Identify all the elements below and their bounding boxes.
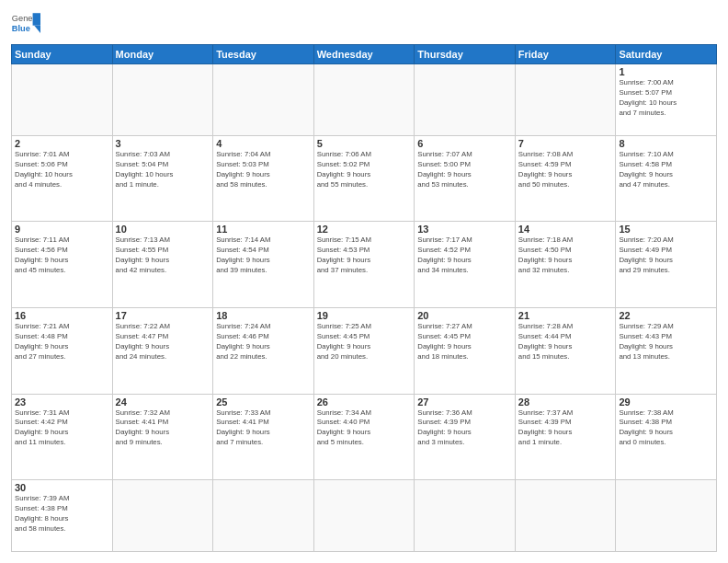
day-info: Sunrise: 7:21 AM Sunset: 4:48 PM Dayligh…	[15, 322, 109, 362]
header: General Blue	[11, 11, 717, 37]
calendar-cell: 21Sunrise: 7:28 AM Sunset: 4:44 PM Dayli…	[515, 307, 616, 394]
day-number: 17	[116, 310, 210, 321]
calendar-cell: 28Sunrise: 7:37 AM Sunset: 4:39 PM Dayli…	[515, 394, 616, 480]
day-number: 20	[417, 310, 512, 321]
calendar-cell	[415, 480, 516, 552]
day-number: 15	[619, 224, 713, 235]
day-number: 6	[417, 138, 512, 149]
day-number: 8	[619, 138, 713, 149]
day-number: 24	[116, 396, 210, 408]
day-info: Sunrise: 7:17 AM Sunset: 4:52 PM Dayligh…	[417, 236, 512, 276]
week-row-5: 23Sunrise: 7:31 AM Sunset: 4:42 PM Dayli…	[12, 394, 717, 480]
week-row-3: 9Sunrise: 7:11 AM Sunset: 4:56 PM Daylig…	[12, 222, 717, 308]
day-info: Sunrise: 7:00 AM Sunset: 5:07 PM Dayligh…	[619, 78, 713, 119]
calendar-cell: 18Sunrise: 7:24 AM Sunset: 4:46 PM Dayli…	[213, 307, 314, 394]
day-number: 18	[216, 310, 311, 321]
day-info: Sunrise: 7:32 AM Sunset: 4:41 PM Dayligh…	[116, 408, 210, 449]
svg-marker-2	[33, 13, 40, 25]
day-info: Sunrise: 7:25 AM Sunset: 4:45 PM Dayligh…	[317, 322, 412, 362]
day-number: 1	[619, 66, 713, 77]
day-info: Sunrise: 7:11 AM Sunset: 4:56 PM Dayligh…	[15, 236, 109, 276]
weekday-header-thursday: Thursday	[415, 45, 516, 64]
day-info: Sunrise: 7:03 AM Sunset: 5:04 PM Dayligh…	[116, 150, 210, 190]
weekday-header-tuesday: Tuesday	[213, 45, 314, 64]
week-row-6: 30Sunrise: 7:39 AM Sunset: 4:38 PM Dayli…	[12, 480, 717, 552]
day-number: 3	[116, 138, 210, 149]
calendar-cell: 13Sunrise: 7:17 AM Sunset: 4:52 PM Dayli…	[415, 222, 516, 308]
calendar-cell: 8Sunrise: 7:10 AM Sunset: 4:58 PM Daylig…	[616, 135, 717, 222]
calendar-cell	[213, 64, 314, 136]
calendar-cell: 6Sunrise: 7:07 AM Sunset: 5:00 PM Daylig…	[415, 135, 516, 222]
week-row-1: 1Sunrise: 7:00 AM Sunset: 5:07 PM Daylig…	[12, 64, 717, 136]
day-info: Sunrise: 7:36 AM Sunset: 4:39 PM Dayligh…	[417, 408, 512, 449]
day-info: Sunrise: 7:29 AM Sunset: 4:43 PM Dayligh…	[619, 322, 713, 362]
calendar-cell: 16Sunrise: 7:21 AM Sunset: 4:48 PM Dayli…	[12, 307, 113, 394]
calendar-cell: 19Sunrise: 7:25 AM Sunset: 4:45 PM Dayli…	[313, 307, 415, 394]
week-row-2: 2Sunrise: 7:01 AM Sunset: 5:06 PM Daylig…	[12, 135, 717, 222]
calendar-cell	[112, 64, 213, 136]
day-number: 27	[417, 396, 512, 408]
day-number: 13	[417, 224, 512, 235]
calendar-cell: 24Sunrise: 7:32 AM Sunset: 4:41 PM Dayli…	[112, 394, 213, 480]
calendar-cell	[415, 64, 516, 136]
calendar-cell: 26Sunrise: 7:34 AM Sunset: 4:40 PM Dayli…	[313, 394, 415, 480]
calendar-table: SundayMondayTuesdayWednesdayThursdayFrid…	[11, 44, 717, 552]
day-info: Sunrise: 7:33 AM Sunset: 4:41 PM Dayligh…	[216, 408, 311, 449]
day-number: 7	[518, 138, 613, 149]
logo: General Blue	[11, 11, 40, 37]
calendar-cell: 15Sunrise: 7:20 AM Sunset: 4:49 PM Dayli…	[616, 222, 717, 308]
calendar-cell: 9Sunrise: 7:11 AM Sunset: 4:56 PM Daylig…	[12, 222, 113, 308]
day-number: 23	[15, 396, 109, 408]
day-info: Sunrise: 7:18 AM Sunset: 4:50 PM Dayligh…	[518, 236, 613, 276]
svg-marker-3	[34, 26, 40, 33]
week-row-4: 16Sunrise: 7:21 AM Sunset: 4:48 PM Dayli…	[12, 307, 717, 394]
calendar-cell: 10Sunrise: 7:13 AM Sunset: 4:55 PM Dayli…	[112, 222, 213, 308]
day-number: 22	[619, 310, 713, 321]
day-info: Sunrise: 7:15 AM Sunset: 4:53 PM Dayligh…	[317, 236, 412, 276]
calendar-cell: 11Sunrise: 7:14 AM Sunset: 4:54 PM Dayli…	[213, 222, 314, 308]
day-info: Sunrise: 7:13 AM Sunset: 4:55 PM Dayligh…	[116, 236, 210, 276]
calendar-cell: 20Sunrise: 7:27 AM Sunset: 4:45 PM Dayli…	[415, 307, 516, 394]
day-info: Sunrise: 7:06 AM Sunset: 5:02 PM Dayligh…	[317, 150, 412, 190]
day-info: Sunrise: 7:34 AM Sunset: 4:40 PM Dayligh…	[317, 408, 412, 449]
page: General Blue SundayMondayTuesdayWednesda…	[0, 0, 728, 563]
calendar-cell	[313, 480, 415, 552]
day-info: Sunrise: 7:39 AM Sunset: 4:38 PM Dayligh…	[15, 494, 109, 534]
calendar-cell: 22Sunrise: 7:29 AM Sunset: 4:43 PM Dayli…	[616, 307, 717, 394]
calendar-cell: 2Sunrise: 7:01 AM Sunset: 5:06 PM Daylig…	[12, 135, 113, 222]
day-number: 30	[15, 482, 109, 493]
day-number: 25	[216, 396, 311, 408]
day-info: Sunrise: 7:10 AM Sunset: 4:58 PM Dayligh…	[619, 150, 713, 190]
day-info: Sunrise: 7:37 AM Sunset: 4:39 PM Dayligh…	[518, 408, 613, 449]
calendar-cell: 12Sunrise: 7:15 AM Sunset: 4:53 PM Dayli…	[313, 222, 415, 308]
day-number: 28	[518, 396, 613, 408]
day-info: Sunrise: 7:38 AM Sunset: 4:38 PM Dayligh…	[619, 408, 713, 449]
day-number: 19	[317, 310, 412, 321]
svg-text:Blue: Blue	[12, 24, 30, 33]
calendar-cell: 1Sunrise: 7:00 AM Sunset: 5:07 PM Daylig…	[616, 64, 717, 136]
day-info: Sunrise: 7:28 AM Sunset: 4:44 PM Dayligh…	[518, 322, 613, 362]
day-info: Sunrise: 7:27 AM Sunset: 4:45 PM Dayligh…	[417, 322, 512, 362]
day-number: 26	[317, 396, 412, 408]
calendar-cell	[515, 480, 616, 552]
weekday-header-monday: Monday	[112, 45, 213, 64]
calendar-cell	[12, 64, 113, 136]
calendar-cell: 27Sunrise: 7:36 AM Sunset: 4:39 PM Dayli…	[415, 394, 516, 480]
weekday-header-wednesday: Wednesday	[313, 45, 415, 64]
calendar-cell: 17Sunrise: 7:22 AM Sunset: 4:47 PM Dayli…	[112, 307, 213, 394]
calendar-cell	[112, 480, 213, 552]
day-info: Sunrise: 7:04 AM Sunset: 5:03 PM Dayligh…	[216, 150, 311, 190]
day-info: Sunrise: 7:31 AM Sunset: 4:42 PM Dayligh…	[15, 408, 109, 449]
calendar-cell: 29Sunrise: 7:38 AM Sunset: 4:38 PM Dayli…	[616, 394, 717, 480]
weekday-header-saturday: Saturday	[616, 45, 717, 64]
day-number: 5	[317, 138, 412, 149]
day-number: 11	[216, 224, 311, 235]
calendar-cell	[313, 64, 415, 136]
day-number: 12	[317, 224, 412, 235]
weekday-header-sunday: Sunday	[12, 45, 113, 64]
calendar-cell: 23Sunrise: 7:31 AM Sunset: 4:42 PM Dayli…	[12, 394, 113, 480]
calendar-cell: 3Sunrise: 7:03 AM Sunset: 5:04 PM Daylig…	[112, 135, 213, 222]
day-number: 9	[15, 224, 109, 235]
day-info: Sunrise: 7:22 AM Sunset: 4:47 PM Dayligh…	[116, 322, 210, 362]
calendar-cell: 14Sunrise: 7:18 AM Sunset: 4:50 PM Dayli…	[515, 222, 616, 308]
